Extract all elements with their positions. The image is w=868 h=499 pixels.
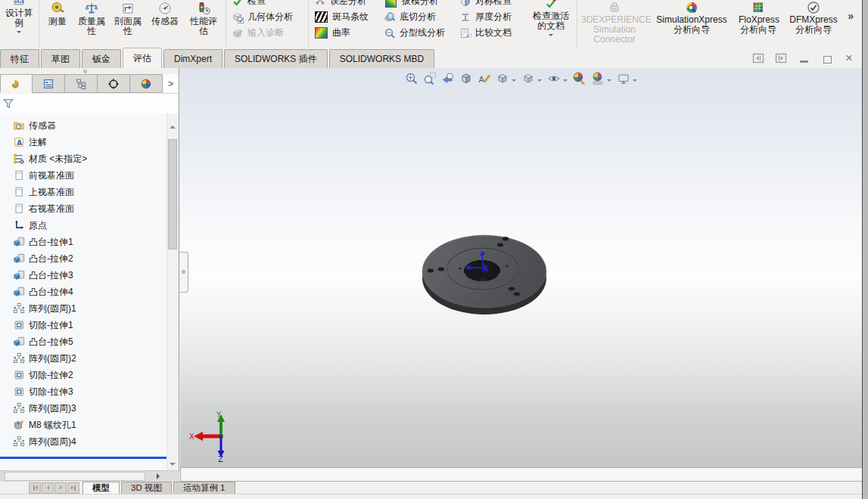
hide-show-items-button[interactable] [545,70,563,88]
tree-item-circular-pattern4[interactable]: 阵列(圆周)4 [0,433,167,450]
tab-sheet-metal[interactable]: 钣金 [82,49,121,68]
deviation-analysis-button[interactable]: 误差分析 [314,0,378,9]
tab-3d-views[interactable]: 3D 视图 [121,482,172,494]
filter-funnel-icon [2,98,14,110]
scroll-right-icon[interactable] [157,473,163,479]
tree-horizontal-scrollbar[interactable] [0,470,179,482]
tree-item-front-plane[interactable]: 前视基准面 [0,167,167,184]
tree-item-m8-tapped-hole1[interactable]: M8 螺纹孔1 [0,417,167,433]
scrollbar-thumb[interactable] [5,472,145,481]
tree-item-cut-extrude3[interactable]: 切除-拉伸3 [0,383,167,400]
thickness-analysis-button[interactable]: 厚度分析 [459,9,524,25]
panel-expand-button[interactable]: > [163,74,179,94]
next-sheet-button[interactable] [54,482,67,494]
tree-item-right-plane[interactable]: 右视基准面 [0,200,167,217]
compare-documents-button[interactable]: 比较文档 [459,25,524,41]
tab-evaluate[interactable]: 评估 [123,48,162,68]
hide-show-items-caret-icon[interactable] [563,79,568,84]
minimize-button[interactable] [797,51,810,65]
edit-appearance-button[interactable] [571,70,589,88]
apply-scene-caret-icon[interactable] [607,79,611,84]
experience-connector-button[interactable]: 3DEXPERIENCE Simulation Connector [580,0,649,47]
tree-item-circular-pattern1[interactable]: 阵列(圆周)1 [0,300,167,317]
section-view-button[interactable] [457,70,475,88]
tab-configuration-manager[interactable] [65,74,98,93]
tab-dimxpert-manager[interactable] [98,74,130,93]
first-sheet-button[interactable] [29,482,41,494]
section-properties-button[interactable]: 剖面属性 [110,0,146,47]
parting-line-analysis-button[interactable]: 分型线分析 [384,25,453,41]
dfmxpress-button[interactable]: DFMXpress 分析向导 [782,0,845,47]
tree-item-annotations[interactable]: 注解 [0,134,167,150]
draft-analysis-button[interactable]: 拔模分析 [384,0,453,9]
panel-splitter[interactable] [0,68,179,74]
orientation-triad[interactable]: X Y Z [189,411,238,462]
tree-item-boss-extrude1[interactable]: 凸台-拉伸1 [0,234,167,250]
tree-item-boss-extrude4[interactable]: 凸台-拉伸4 [0,284,167,300]
tree-item-circular-pattern2[interactable]: 阵列(圆周)2 [0,350,167,367]
pane-previous-button[interactable] [751,51,765,65]
tab-sketch[interactable]: 草图 [41,49,80,68]
tree-item-top-plane[interactable]: 上视基准面 [0,184,167,200]
check-active-documents-button[interactable]: 检查激活的文档 [527,0,574,47]
tree-item-boss-extrude5[interactable]: 凸台-拉伸5 [0,333,167,350]
last-sheet-button[interactable] [67,482,79,494]
rollback-bar[interactable] [0,457,168,459]
pane-next-button[interactable] [774,51,788,65]
tree-item-cut-extrude1[interactable]: 切除-拉伸1 [0,317,167,333]
previous-view-button[interactable] [439,70,457,88]
panel-collapse-handle[interactable] [180,252,188,293]
tree-item-boss-extrude2[interactable]: 凸台-拉伸2 [0,250,167,267]
geometry-analysis-button[interactable]: 几何体分析 [232,9,303,25]
scroll-down-icon[interactable] [170,463,176,466]
annotation-views-button[interactable] [475,70,493,88]
sensor-button[interactable]: 传感器 [146,0,184,47]
tree-item-cut-extrude2[interactable]: 切除-拉伸2 [0,367,167,383]
scrollbar-thumb[interactable] [168,139,177,250]
tree-item-sensors[interactable]: 传感器 [0,117,167,134]
display-style-caret-icon[interactable] [537,79,542,84]
tree-vertical-scrollbar[interactable] [166,113,179,470]
view-settings-caret-icon[interactable] [633,79,637,84]
zoom-to-area-button[interactable] [421,70,439,88]
zebra-stripes-button[interactable]: 斑马条纹 [314,9,378,25]
import-diagnostics-button[interactable]: 输入诊断 [232,25,303,41]
check-button[interactable]: 检查 [232,0,303,9]
undercut-analysis-button[interactable]: 底切分析 [384,9,453,25]
ribbon-overflow-chevron[interactable]: » [848,10,854,22]
tree-filter-input[interactable] [14,95,176,112]
design-study-button[interactable]: 设计算例 [2,0,36,47]
view-orientation-button[interactable] [493,70,512,88]
tree-item-boss-extrude3[interactable]: 凸台-拉伸3 [0,267,167,284]
tab-solidworks-mbd[interactable]: SOLIDWORKS MBD [329,49,434,68]
apply-scene-button[interactable] [589,70,607,88]
performance-evaluation-button[interactable]: 性能评估 [184,0,223,47]
floxpress-button[interactable]: FloXpress 分析向导 [734,0,782,47]
previous-sheet-button[interactable] [42,482,54,494]
tab-solidworks-addins[interactable]: SOLIDWORKS 插件 [224,49,328,68]
close-button[interactable]: × [842,51,856,65]
tab-features[interactable]: 特征 [0,49,39,68]
model-part[interactable] [422,228,552,321]
symmetry-check-button[interactable]: 对称检查 [459,0,524,9]
restore-button[interactable] [820,51,833,65]
view-settings-button[interactable] [614,70,633,88]
measure-button[interactable]: 测量 [42,0,73,47]
viewport[interactable]: X Y Z [180,68,863,467]
mass-properties-button[interactable]: 质量属性 [73,0,110,47]
view-orientation-caret-icon[interactable] [512,79,516,84]
tab-display-manager[interactable] [130,74,163,93]
curvature-button[interactable]: 曲率 [314,25,378,41]
tree-item-material[interactable]: 材质 <未指定> [0,150,167,167]
zoom-to-fit-button[interactable] [403,70,421,88]
tree-item-circular-pattern3[interactable]: 阵列(圆周)3 [0,400,167,417]
tree-item-origin[interactable]: 原点 [0,217,167,234]
scroll-up-icon[interactable] [170,126,176,129]
tab-property-manager[interactable] [33,74,65,93]
simulationxpress-button[interactable]: SimulationXpress 分析向导 [649,0,734,47]
tab-motion-study1[interactable]: 运动算例 1 [173,482,235,494]
display-style-button[interactable] [519,70,537,88]
tab-dimxpert[interactable]: DimXpert [163,49,222,68]
tab-feature-manager[interactable] [0,74,33,93]
tab-model[interactable]: 模型 [82,482,120,494]
